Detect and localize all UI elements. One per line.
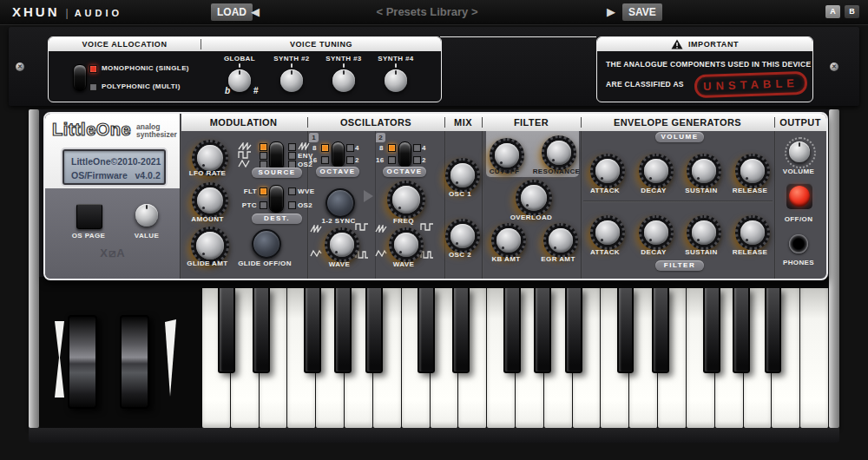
white-key[interactable] — [800, 288, 829, 428]
lcd-line1: LittleOne©2010-2021 — [71, 156, 161, 167]
dest-wve-label: WVE — [298, 187, 314, 195]
flt-attack-knob[interactable] — [590, 215, 625, 250]
black-key[interactable] — [365, 288, 383, 373]
dest-badge: DEST. — [252, 214, 302, 224]
synth-module: LittleOne analog synthesizer LittleOne©2… — [29, 109, 839, 443]
lfo-rate-label: LFO RATE — [177, 169, 238, 177]
section-title-output: OUTPUT — [774, 114, 826, 131]
glide-amt-label: GLIDE AMT — [177, 260, 238, 267]
kb-amt-knob[interactable] — [491, 223, 526, 258]
glide-onoff-button[interactable] — [252, 229, 281, 259]
synth4-tune-knob[interactable] — [385, 69, 407, 92]
black-key[interactable] — [565, 288, 582, 373]
flt-release-knob[interactable] — [735, 215, 770, 250]
osc1-wave-knob[interactable] — [325, 227, 359, 262]
flt-sustain-knob[interactable] — [687, 215, 721, 250]
osc2-freq-knob[interactable] — [387, 181, 425, 219]
black-key[interactable] — [617, 288, 635, 373]
value-knob[interactable] — [135, 204, 158, 227]
product-tagline2: synthesizer — [136, 131, 177, 139]
synth3-tune-knob[interactable] — [332, 69, 355, 92]
flt-release-label: RELEASE — [720, 248, 780, 256]
prev-preset-icon[interactable]: ◀ — [251, 4, 260, 20]
dest-os2-led — [288, 201, 296, 209]
left-side-rail — [29, 109, 39, 428]
phones-jack[interactable] — [789, 234, 808, 253]
vol-attack-knob[interactable] — [590, 154, 625, 188]
black-key[interactable] — [334, 288, 352, 373]
module-face: LittleOne analog synthesizer LittleOne©2… — [39, 109, 829, 428]
black-key[interactable] — [703, 288, 720, 373]
octave-4-label: 4 — [422, 144, 426, 152]
overload-knob[interactable] — [516, 180, 552, 216]
flt-decay-knob[interactable] — [639, 215, 674, 250]
important-title: IMPORTANT — [688, 37, 739, 51]
octave-16-label: 16 — [376, 156, 385, 164]
egr-amt-knob[interactable] — [543, 223, 578, 258]
dest-ptc-label: PTC — [240, 201, 257, 209]
header-divider — [307, 117, 308, 128]
load-button[interactable]: LOAD — [211, 3, 253, 21]
slot-b-button[interactable]: B — [845, 5, 859, 18]
lfo-source-switch[interactable] — [269, 141, 284, 171]
phones-label: PHONES — [768, 259, 828, 266]
slot-a-button[interactable]: A — [825, 5, 840, 18]
voice-box-header: VOICE ALLOCATION VOICE TUNING — [49, 37, 441, 51]
vol-release-label: RELEASE — [720, 187, 780, 194]
header-divider — [482, 117, 483, 128]
source-env-led — [288, 152, 296, 160]
black-key[interactable] — [253, 288, 270, 373]
octave-4-label: 4 — [355, 144, 359, 152]
mod-dest-switch[interactable] — [269, 185, 284, 213]
output-volume-knob[interactable] — [789, 141, 810, 162]
osc2-wave-knob[interactable] — [389, 227, 424, 262]
important-box: IMPORTANT THE ANALOGUE COMPONENTS USED I… — [596, 36, 813, 102]
osc1-octave-switch[interactable] — [332, 141, 345, 168]
dest-wve-led — [288, 187, 296, 195]
mix-osc1-knob[interactable] — [445, 158, 480, 193]
voice-box: VOICE ALLOCATION VOICE TUNING MONOPHONIC… — [48, 36, 442, 102]
sync-button[interactable] — [326, 188, 355, 218]
vendor-separator: | — [66, 7, 69, 19]
black-key[interactable] — [733, 288, 750, 373]
osc2-octave-switch[interactable] — [398, 141, 411, 168]
vendor-name: XHUN — [12, 4, 60, 19]
mod-amount-label: AMOUNT — [177, 215, 238, 223]
glide-onoff-label: GLIDE OFF/ON — [234, 260, 295, 267]
octave-2-label: 2 — [422, 156, 426, 164]
black-key[interactable] — [418, 288, 435, 373]
synth4-tune-label: SYNTH #4 — [365, 55, 426, 62]
source-badge: SOURCE — [252, 168, 302, 178]
black-key[interactable] — [652, 288, 669, 373]
osc2-tag: 2 — [376, 133, 385, 142]
black-key[interactable] — [218, 288, 235, 373]
black-key[interactable] — [534, 288, 551, 373]
pitch-wheel[interactable] — [68, 315, 97, 409]
black-key[interactable] — [765, 288, 782, 373]
vol-decay-knob[interactable] — [639, 154, 674, 188]
preset-selector[interactable]: < Presets Library > — [314, 5, 540, 18]
global-tune-knob[interactable] — [228, 69, 251, 92]
black-key[interactable] — [503, 288, 521, 373]
saw-wave-icon — [375, 225, 387, 233]
black-key[interactable] — [304, 288, 321, 373]
black-key[interactable] — [452, 288, 470, 373]
next-preset-icon[interactable]: ▶ — [607, 4, 615, 20]
power-button[interactable] — [789, 186, 810, 207]
brand-panel-lower: OS PAGE VALUE X⧄A — [45, 188, 180, 279]
octave-8-led — [321, 144, 329, 152]
os-page-button[interactable] — [76, 204, 102, 229]
save-button[interactable]: SAVE — [622, 3, 662, 21]
mix-osc2-knob[interactable] — [445, 219, 480, 253]
mod-amount-knob[interactable] — [192, 182, 228, 219]
resonance-knob[interactable] — [542, 135, 576, 170]
synth2-tune-knob[interactable] — [280, 69, 303, 92]
vol-sustain-knob[interactable] — [687, 154, 721, 188]
screw-icon: ✕ — [16, 62, 24, 71]
product-logo: LittleOne — [52, 120, 131, 140]
voice-mode-switch[interactable] — [73, 64, 87, 91]
mod-wheel[interactable] — [120, 315, 149, 409]
keyboard — [202, 288, 829, 428]
power-button-base — [786, 183, 812, 209]
vol-release-knob[interactable] — [735, 154, 770, 188]
